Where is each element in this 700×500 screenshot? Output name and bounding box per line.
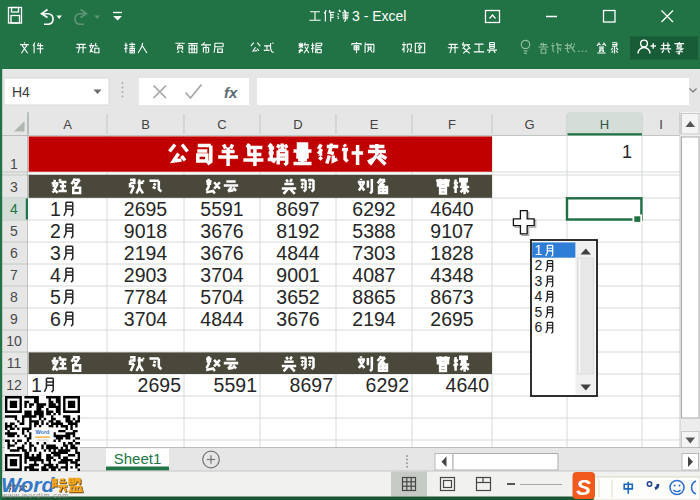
svg-text:6: 6 [10,245,18,261]
svg-text:5: 5 [535,304,543,320]
svg-text:www.wordlm.com: www.wordlm.com [1,492,69,499]
svg-text:4640: 4640 [446,374,490,396]
svg-text:4087: 4087 [352,264,395,286]
svg-text:4640: 4640 [430,198,474,220]
svg-text:3676: 3676 [276,308,319,330]
svg-text:3: 3 [10,179,18,195]
svg-text:8865: 8865 [352,286,396,308]
svg-text:H4: H4 [12,84,30,100]
svg-text:4844: 4844 [276,242,320,264]
svg-text:3704: 3704 [200,264,244,286]
svg-text:7784: 7784 [124,286,168,308]
svg-text:Sheet1: Sheet1 [114,450,162,467]
svg-text:2194: 2194 [352,308,396,330]
svg-text:8697: 8697 [290,374,333,396]
svg-text:8673: 8673 [430,286,473,308]
svg-text:3 - Excel: 3 - Excel [352,8,406,24]
svg-text:2194: 2194 [124,242,168,264]
svg-text:D: D [293,117,302,132]
svg-text:5388: 5388 [352,220,395,242]
svg-text:5591: 5591 [214,374,257,396]
svg-text:3704: 3704 [124,308,168,330]
svg-text:3676: 3676 [200,220,243,242]
svg-text:A: A [63,117,72,132]
svg-text:1: 1 [10,156,18,172]
svg-text:5: 5 [50,286,61,308]
svg-text:4348: 4348 [430,264,473,286]
svg-text:2695: 2695 [430,308,474,330]
svg-text:7: 7 [10,267,18,283]
svg-text:9: 9 [10,311,18,327]
svg-text:5704: 5704 [200,286,244,308]
svg-text:...: ... [577,40,588,55]
svg-text:2: 2 [535,257,543,273]
svg-text:3676: 3676 [200,242,243,264]
svg-text:9018: 9018 [124,220,167,242]
svg-text:5591: 5591 [200,198,243,220]
svg-text:2695: 2695 [124,198,168,220]
svg-text:1: 1 [535,242,543,258]
svg-text:1828: 1828 [430,242,473,264]
svg-text:11: 11 [7,355,22,371]
svg-text:E: E [370,117,379,132]
svg-text:Word: Word [36,429,50,435]
svg-text:6: 6 [535,319,543,335]
svg-text:9107: 9107 [430,220,473,242]
svg-text:8192: 8192 [276,220,319,242]
svg-text:C: C [217,117,226,132]
svg-text:8: 8 [10,289,18,305]
svg-text:9001: 9001 [276,264,319,286]
svg-text:H: H [600,117,609,132]
svg-text:6292: 6292 [366,374,409,396]
svg-text:4: 4 [535,288,543,304]
svg-text:1: 1 [31,374,42,396]
svg-text:5: 5 [10,223,18,239]
svg-text:6292: 6292 [352,198,395,220]
svg-text:8697: 8697 [276,198,319,220]
svg-text:4844: 4844 [200,308,244,330]
svg-text:3: 3 [535,273,543,289]
svg-text:4: 4 [10,201,18,217]
svg-text:fx: fx [224,84,238,101]
svg-text:4: 4 [50,264,61,286]
svg-text:3: 3 [50,242,61,264]
svg-text:12: 12 [6,377,22,393]
svg-text:2: 2 [50,220,61,242]
svg-text:3652: 3652 [276,286,319,308]
svg-text:7303: 7303 [352,242,395,264]
svg-text:2903: 2903 [124,264,167,286]
svg-text:2695: 2695 [138,374,182,396]
svg-text:10: 10 [6,333,22,349]
svg-text:F: F [448,117,456,132]
svg-text:S: S [576,475,591,500]
svg-text:I: I [659,117,663,132]
svg-text:1: 1 [622,142,632,162]
svg-text:1: 1 [50,198,61,220]
svg-text:B: B [141,117,150,132]
svg-text:6: 6 [50,308,61,330]
svg-text:G: G [524,117,534,132]
